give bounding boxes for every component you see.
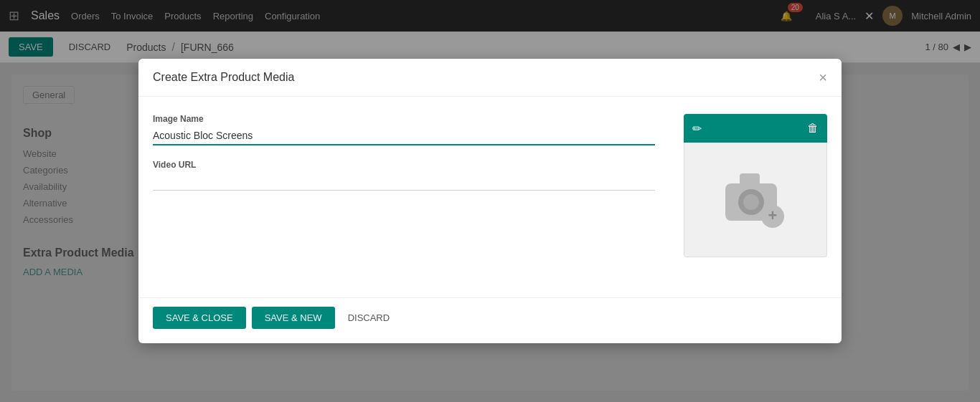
image-name-input[interactable] bbox=[153, 127, 655, 145]
image-placeholder[interactable]: + bbox=[684, 143, 827, 257]
image-upload-area[interactable]: ✏ 🗑 + bbox=[684, 114, 827, 280]
svg-rect-0 bbox=[740, 173, 760, 185]
svg-text:+: + bbox=[768, 206, 778, 224]
modal-overlay: Create Extra Product Media × Image Name … bbox=[0, 0, 980, 402]
camera-upload-icon: + bbox=[720, 168, 791, 232]
delete-image-button[interactable]: 🗑 bbox=[807, 122, 819, 135]
video-url-group: Video URL bbox=[153, 160, 655, 191]
image-name-label: Image Name bbox=[153, 114, 655, 124]
modal-footer: SAVE & CLOSE SAVE & NEW DISCARD bbox=[138, 297, 842, 343]
save-close-button[interactable]: SAVE & CLOSE bbox=[153, 307, 246, 329]
modal-body: Image Name Video URL ✏ 🗑 bbox=[138, 97, 842, 297]
image-toolbar: ✏ 🗑 bbox=[684, 114, 827, 143]
modal-form: Image Name Video URL bbox=[153, 114, 655, 280]
modal-discard-button[interactable]: DISCARD bbox=[341, 307, 397, 329]
modal-title: Create Extra Product Media bbox=[153, 71, 294, 84]
modal-close-button[interactable]: × bbox=[819, 70, 827, 85]
svg-point-3 bbox=[743, 194, 759, 210]
modal-header: Create Extra Product Media × bbox=[138, 59, 842, 97]
edit-image-button[interactable]: ✏ bbox=[692, 122, 702, 135]
image-name-group: Image Name bbox=[153, 114, 655, 145]
modal-dialog: Create Extra Product Media × Image Name … bbox=[138, 59, 842, 343]
video-url-label: Video URL bbox=[153, 160, 655, 170]
video-url-input[interactable] bbox=[153, 173, 655, 191]
save-new-button[interactable]: SAVE & NEW bbox=[252, 307, 335, 329]
